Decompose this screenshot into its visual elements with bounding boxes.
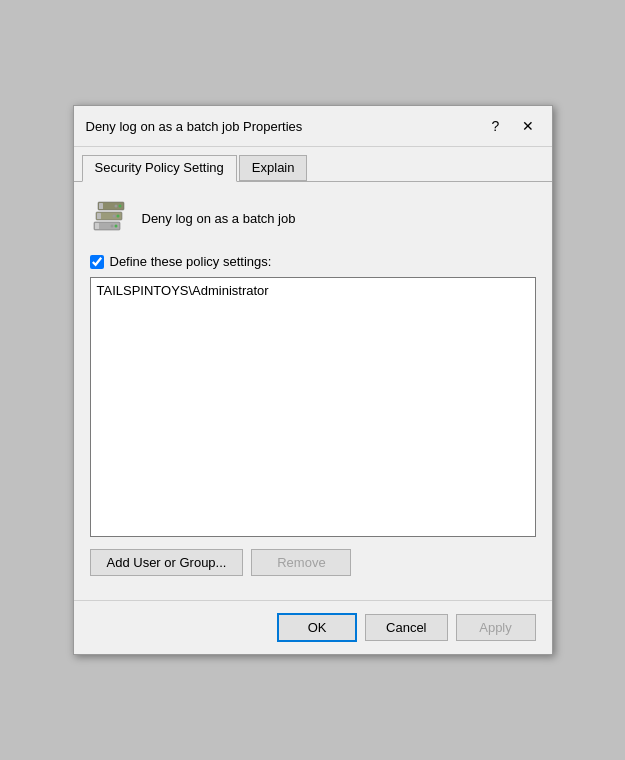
svg-point-3 (114, 205, 117, 208)
tab-explain[interactable]: Explain (239, 155, 308, 181)
svg-point-2 (118, 205, 121, 208)
title-bar-controls: ? ✕ (484, 114, 540, 138)
svg-rect-5 (97, 213, 101, 219)
svg-point-10 (114, 225, 117, 228)
add-user-group-button[interactable]: Add User or Group... (90, 549, 244, 576)
policy-icon (90, 198, 130, 238)
title-bar: Deny log on as a batch job Properties ? … (74, 106, 552, 147)
define-policy-label[interactable]: Define these policy settings: (110, 254, 272, 269)
svg-point-7 (112, 215, 115, 218)
tab-content: Deny log on as a batch job Define these … (74, 182, 552, 600)
footer: OK Cancel Apply (74, 600, 552, 654)
svg-point-11 (110, 225, 113, 228)
apply-button[interactable]: Apply (456, 614, 536, 641)
svg-point-6 (116, 215, 119, 218)
svg-rect-9 (95, 223, 99, 229)
policy-header: Deny log on as a batch job (90, 198, 536, 238)
title-bar-left: Deny log on as a batch job Properties (86, 119, 303, 134)
ok-button[interactable]: OK (277, 613, 357, 642)
properties-dialog: Deny log on as a batch job Properties ? … (73, 105, 553, 655)
dialog-title: Deny log on as a batch job Properties (86, 119, 303, 134)
close-button[interactable]: ✕ (516, 114, 540, 138)
help-button[interactable]: ? (484, 114, 508, 138)
action-buttons: Add User or Group... Remove (90, 549, 536, 576)
define-policy-checkbox[interactable] (90, 255, 104, 269)
cancel-button[interactable]: Cancel (365, 614, 447, 641)
policy-title: Deny log on as a batch job (142, 211, 296, 226)
user-entry: TAILSPINTOYS\Administrator (95, 282, 531, 299)
tabs-container: Security Policy Setting Explain (74, 147, 552, 182)
svg-rect-1 (99, 203, 103, 209)
remove-button[interactable]: Remove (251, 549, 351, 576)
users-listbox[interactable]: TAILSPINTOYS\Administrator (90, 277, 536, 537)
tab-security-policy-setting[interactable]: Security Policy Setting (82, 155, 237, 182)
define-policy-row: Define these policy settings: (90, 254, 536, 269)
